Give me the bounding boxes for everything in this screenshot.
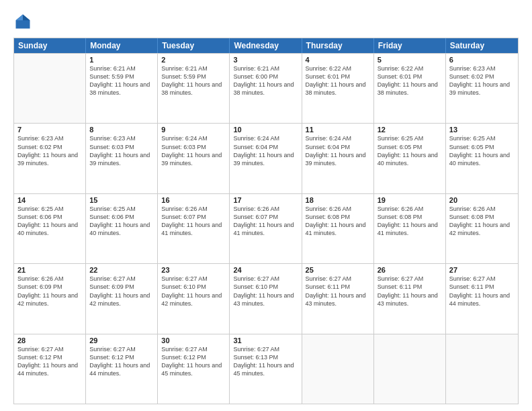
calendar-cell: 20Sunrise: 6:26 AMSunset: 6:08 PMDayligh… [446,194,518,263]
day-info: Sunrise: 6:26 AMSunset: 6:08 PMDaylight:… [449,205,515,238]
day-number: 1 [89,56,154,64]
day-number: 3 [233,56,298,64]
calendar-cell: 15Sunrise: 6:25 AMSunset: 6:06 PMDayligh… [86,194,158,263]
day-info: Sunrise: 6:21 AMSunset: 5:59 PMDaylight:… [161,64,226,97]
logo [13,12,35,31]
day-info: Sunrise: 6:23 AMSunset: 6:02 PMDaylight:… [449,64,515,97]
calendar-cell [14,54,86,123]
calendar-cell: 30Sunrise: 6:27 AMSunset: 6:12 PMDayligh… [158,334,230,404]
calendar-cell: 2Sunrise: 6:21 AMSunset: 5:59 PMDaylight… [158,54,230,123]
day-number: 19 [378,196,442,204]
calendar-cell: 24Sunrise: 6:27 AMSunset: 6:10 PMDayligh… [230,264,302,333]
day-number: 7 [17,126,82,134]
day-number: 29 [89,336,154,345]
calendar-cell: 6Sunrise: 6:23 AMSunset: 6:02 PMDaylight… [446,54,518,123]
day-number: 21 [17,266,82,274]
day-info: Sunrise: 6:22 AMSunset: 6:01 PMDaylight:… [306,64,370,97]
calendar-cell: 23Sunrise: 6:27 AMSunset: 6:10 PMDayligh… [158,264,230,333]
day-number: 18 [306,196,370,204]
header-day-wednesday: Wednesday [230,38,302,53]
day-info: Sunrise: 6:26 AMSunset: 6:08 PMDaylight:… [306,205,370,238]
calendar-cell: 19Sunrise: 6:26 AMSunset: 6:08 PMDayligh… [374,194,446,263]
calendar-cell: 12Sunrise: 6:25 AMSunset: 6:05 PMDayligh… [374,124,446,193]
day-info: Sunrise: 6:26 AMSunset: 6:07 PMDaylight:… [161,205,226,238]
calendar-cell: 31Sunrise: 6:27 AMSunset: 6:13 PMDayligh… [230,334,302,404]
calendar-cell: 22Sunrise: 6:27 AMSunset: 6:09 PMDayligh… [86,264,158,333]
day-number: 14 [17,196,82,204]
calendar-cell: 10Sunrise: 6:24 AMSunset: 6:04 PMDayligh… [230,124,302,193]
calendar-cell: 29Sunrise: 6:27 AMSunset: 6:12 PMDayligh… [86,334,158,404]
day-number: 8 [89,126,154,134]
day-number: 26 [378,266,442,274]
calendar-header-row: SundayMondayTuesdayWednesdayThursdayFrid… [14,38,518,53]
day-info: Sunrise: 6:27 AMSunset: 6:11 PMDaylight:… [378,275,442,308]
day-number: 16 [161,196,226,204]
day-number: 5 [378,56,442,64]
day-number: 17 [233,196,298,204]
day-info: Sunrise: 6:26 AMSunset: 6:07 PMDaylight:… [233,205,298,238]
day-info: Sunrise: 6:22 AMSunset: 6:01 PMDaylight:… [378,64,442,97]
calendar-cell: 26Sunrise: 6:27 AMSunset: 6:11 PMDayligh… [374,264,446,333]
day-number: 15 [89,196,154,204]
calendar-cell: 8Sunrise: 6:23 AMSunset: 6:03 PMDaylight… [86,124,158,193]
header-day-saturday: Saturday [446,38,518,53]
day-number: 31 [233,336,298,345]
header-day-thursday: Thursday [302,38,374,53]
day-number: 24 [233,266,298,274]
calendar-cell: 13Sunrise: 6:25 AMSunset: 6:05 PMDayligh… [446,124,518,193]
calendar-cell: 28Sunrise: 6:27 AMSunset: 6:12 PMDayligh… [14,334,86,404]
calendar-week-1: 1Sunrise: 6:21 AMSunset: 5:59 PMDaylight… [14,53,518,123]
day-info: Sunrise: 6:24 AMSunset: 6:03 PMDaylight:… [161,134,226,167]
day-number: 28 [17,336,82,345]
calendar-cell [374,334,446,404]
day-number: 12 [378,126,442,134]
calendar-week-4: 21Sunrise: 6:26 AMSunset: 6:09 PMDayligh… [14,263,518,333]
calendar-cell: 21Sunrise: 6:26 AMSunset: 6:09 PMDayligh… [14,264,86,333]
day-number: 10 [233,126,298,134]
calendar-week-3: 14Sunrise: 6:25 AMSunset: 6:06 PMDayligh… [14,193,518,263]
day-number: 9 [161,126,226,134]
calendar-cell [446,334,518,404]
day-info: Sunrise: 6:25 AMSunset: 6:06 PMDaylight:… [89,205,154,238]
day-info: Sunrise: 6:25 AMSunset: 6:05 PMDaylight:… [378,134,442,167]
calendar-cell: 9Sunrise: 6:24 AMSunset: 6:03 PMDaylight… [158,124,230,193]
calendar-cell: 7Sunrise: 6:23 AMSunset: 6:02 PMDaylight… [14,124,86,193]
day-info: Sunrise: 6:21 AMSunset: 6:00 PMDaylight:… [233,64,298,97]
day-number: 30 [161,336,226,345]
day-number: 23 [161,266,226,274]
day-number: 22 [89,266,154,274]
day-info: Sunrise: 6:27 AMSunset: 6:10 PMDaylight:… [233,275,298,308]
day-number: 27 [449,266,515,274]
day-info: Sunrise: 6:26 AMSunset: 6:09 PMDaylight:… [17,275,82,308]
day-info: Sunrise: 6:25 AMSunset: 6:06 PMDaylight:… [17,205,82,238]
day-info: Sunrise: 6:27 AMSunset: 6:11 PMDaylight:… [449,275,515,308]
calendar-cell: 11Sunrise: 6:24 AMSunset: 6:04 PMDayligh… [302,124,374,193]
day-info: Sunrise: 6:23 AMSunset: 6:02 PMDaylight:… [17,134,82,167]
calendar-week-5: 28Sunrise: 6:27 AMSunset: 6:12 PMDayligh… [14,334,518,404]
day-number: 20 [449,196,515,204]
calendar-cell: 4Sunrise: 6:22 AMSunset: 6:01 PMDaylight… [302,54,374,123]
day-info: Sunrise: 6:27 AMSunset: 6:09 PMDaylight:… [89,275,154,308]
day-info: Sunrise: 6:27 AMSunset: 6:12 PMDaylight:… [89,345,154,378]
calendar: SundayMondayTuesdayWednesdayThursdayFrid… [13,38,519,404]
day-info: Sunrise: 6:27 AMSunset: 6:11 PMDaylight:… [306,275,370,308]
day-number: 6 [449,56,515,64]
header-day-monday: Monday [86,38,158,53]
calendar-cell: 17Sunrise: 6:26 AMSunset: 6:07 PMDayligh… [230,194,302,263]
day-info: Sunrise: 6:23 AMSunset: 6:03 PMDaylight:… [89,134,154,167]
calendar-body: 1Sunrise: 6:21 AMSunset: 5:59 PMDaylight… [14,53,518,404]
page: SundayMondayTuesdayWednesdayThursdayFrid… [0,0,532,411]
header-day-friday: Friday [374,38,446,53]
day-info: Sunrise: 6:24 AMSunset: 6:04 PMDaylight:… [233,134,298,167]
day-info: Sunrise: 6:27 AMSunset: 6:13 PMDaylight:… [233,345,298,378]
header-day-tuesday: Tuesday [158,38,230,53]
calendar-cell: 16Sunrise: 6:26 AMSunset: 6:07 PMDayligh… [158,194,230,263]
svg-marker-2 [16,15,24,21]
calendar-cell: 3Sunrise: 6:21 AMSunset: 6:00 PMDaylight… [230,54,302,123]
header-day-sunday: Sunday [14,38,86,53]
header [13,12,519,31]
day-info: Sunrise: 6:27 AMSunset: 6:12 PMDaylight:… [17,345,82,378]
day-number: 2 [161,56,226,64]
day-info: Sunrise: 6:26 AMSunset: 6:08 PMDaylight:… [378,205,442,238]
day-info: Sunrise: 6:27 AMSunset: 6:12 PMDaylight:… [161,345,226,378]
